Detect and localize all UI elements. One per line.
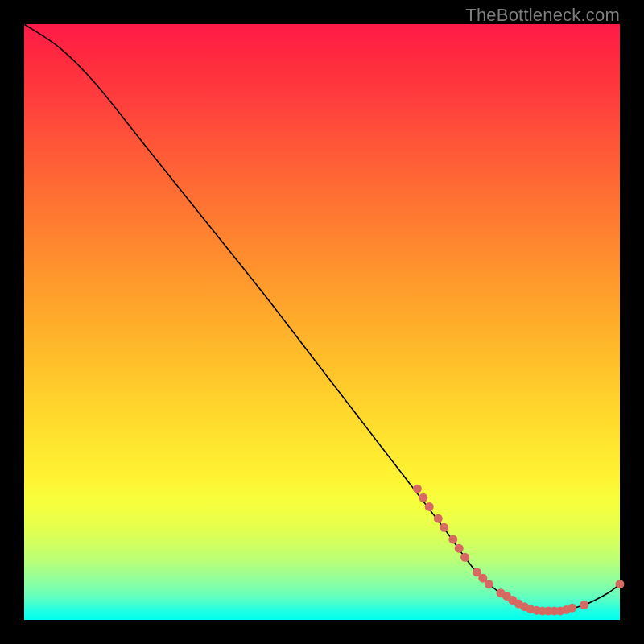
curve-group <box>24 24 620 612</box>
data-marker <box>425 502 434 511</box>
chart-container: TheBottleneck.com <box>0 0 644 644</box>
data-marker <box>616 580 625 588</box>
data-marker <box>460 553 469 562</box>
data-marker <box>448 535 457 544</box>
chart-svg <box>24 24 620 620</box>
plot-gradient-background <box>24 24 620 620</box>
marker-group <box>413 485 625 616</box>
data-marker <box>419 493 427 502</box>
attribution-text: TheBottleneck.com <box>465 5 620 26</box>
data-marker <box>434 514 443 523</box>
data-marker <box>455 544 464 553</box>
data-marker <box>413 485 422 493</box>
bottleneck-curve <box>24 24 620 612</box>
data-marker <box>485 580 493 588</box>
data-marker <box>440 523 448 532</box>
data-marker <box>580 601 588 609</box>
data-marker <box>568 604 576 613</box>
